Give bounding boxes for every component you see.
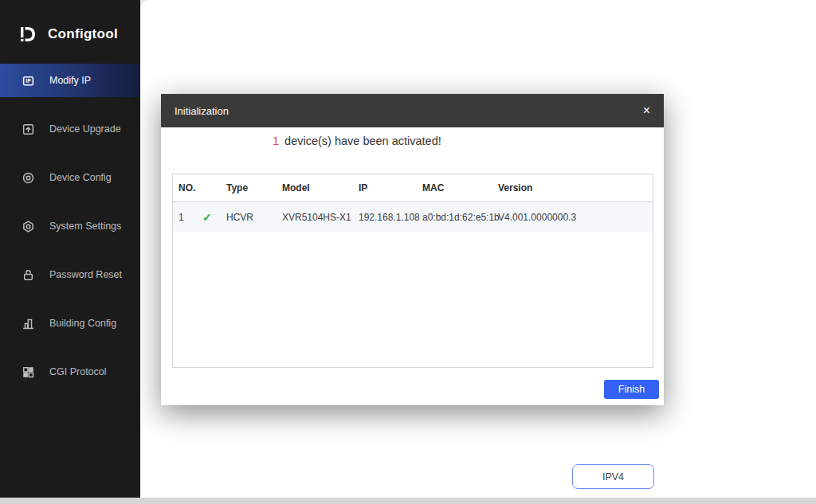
configtool-window: Configtool IPModify IPDevice UpgradeDevi… [0,0,816,504]
building-icon [21,316,35,330]
ipv4-button[interactable]: IPV4 [572,464,654,489]
dialog-cell-mac: a0:bd:1d:62:e5:1b [422,212,498,223]
dialog-col-no-: NO. [178,182,202,193]
sidebar-item-label: Building Config [49,318,116,329]
svg-text:IP: IP [26,78,31,84]
dialog-cell-ip: 192.168.1.108 [359,212,422,223]
dialog-table-row: 1✓HCVRXVR5104HS-X1192.168.1.108a0:bd:1d:… [173,202,653,232]
window-bottom-edge [0,498,816,504]
dialog-cell-type: HCVR [226,212,282,223]
grid-icon [21,365,35,379]
sidebar-item-device-upgrade[interactable]: Device Upgrade [0,112,140,146]
dialog-cell-check: ✓ [202,211,226,224]
brand-name: Configtool [48,26,118,42]
dialog-cell-model: XVR5104HS-X1 [282,212,359,223]
dialog-col-version: Version [498,182,653,193]
sidebar-item-label: Device Upgrade [49,123,121,135]
dahua-logo-icon [16,22,40,46]
finish-button[interactable]: Finish [604,380,659,399]
sidebar: Configtool IPModify IPDevice UpgradeDevi… [0,0,140,498]
dialog-table-header: NO.TypeModelIPMACVersion [173,174,653,202]
sidebar-item-modify-ip[interactable]: IPModify IP [0,64,140,97]
activation-message: 1device(s) have been activated! [273,135,441,147]
gear-icon [21,219,35,233]
dialog-col-ip: IP [359,182,422,193]
sidebar-item-label: Modify IP [49,75,91,86]
upgrade-icon [21,122,35,136]
sidebar-item-system-settings[interactable]: System Settings [0,209,140,243]
activated-count: 1 [273,135,279,147]
sidebar-item-label: Password Reset [49,269,122,280]
sidebar-item-password-reset[interactable]: Password Reset [0,258,140,291]
dialog-close-icon[interactable]: × [643,104,650,118]
dialog-cell-version: V4.001.0000000.3 [498,212,653,223]
sidebar-item-label: Device Config [49,172,112,183]
device-config-icon [21,170,35,185]
dialog-col-type: Type [226,182,282,193]
dialog-title: Initialization [175,105,229,117]
activated-devices-table: NO.TypeModelIPMACVersion 1✓HCVRXVR5104HS… [172,174,653,368]
initialization-dialog: Initialization × 1device(s) have been ac… [161,94,664,405]
sidebar-item-cgi-protocol[interactable]: CGI Protocol [0,355,140,389]
ip-icon: IP [21,73,35,88]
dialog-col-mac: MAC [422,182,498,193]
sidebar-item-label: CGI Protocol [49,366,107,377]
app-logo: Configtool [0,0,140,51]
dialog-titlebar: Initialization × [161,94,664,127]
sidebar-item-device-config[interactable]: Device Config [0,161,140,194]
sidebar-nav: IPModify IPDevice UpgradeDevice ConfigSy… [0,64,140,404]
dialog-col-model: Model [282,182,359,193]
sidebar-item-building-config[interactable]: Building Config [0,307,140,340]
dialog-cell-no: 1 [178,212,202,223]
lock-icon [21,268,35,282]
sidebar-item-label: System Settings [49,221,121,232]
